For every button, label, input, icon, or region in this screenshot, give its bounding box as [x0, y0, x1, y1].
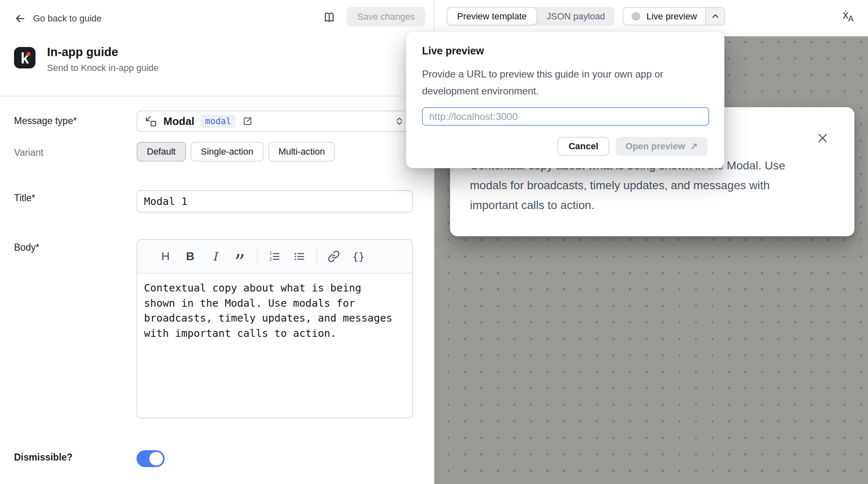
svg-text:2: 2	[269, 256, 272, 261]
bold-icon: B	[186, 250, 194, 263]
chevron-up-icon	[710, 12, 720, 21]
blockquote-button[interactable]: ”	[231, 247, 249, 266]
back-link-label: Go back to guide	[33, 13, 101, 24]
body-editor: H B I ” 12	[137, 239, 413, 418]
live-preview-control[interactable]: Live preview	[623, 7, 725, 26]
tab-preview-template[interactable]: Preview template	[447, 7, 537, 26]
arrow-up-right-icon: ↗	[690, 141, 698, 152]
translations-button[interactable]: ẋA	[843, 9, 854, 21]
editor-toolbar: H B I ” 12	[137, 240, 412, 274]
message-type-badge: modal	[200, 115, 236, 128]
braces-icon: {}	[352, 251, 365, 263]
popover-title: Live preview	[422, 45, 484, 57]
back-link[interactable]: Go back to guide	[14, 12, 101, 25]
modal-type-icon	[145, 115, 157, 127]
variant-label: Variant	[14, 147, 43, 158]
modal-preview-line: important calls to action.	[470, 195, 835, 215]
live-preview-popover: Live preview Provide a URL to preview th…	[406, 31, 724, 168]
body-label: Body*	[14, 242, 39, 253]
preview-mode-tabs: Preview template JSON payload	[447, 7, 615, 26]
page-subtitle: Send to Knock in-app guide	[47, 63, 158, 73]
app-window: Go back to guide Save changes k In-app g…	[0, 0, 868, 484]
ordered-list-button[interactable]: 12	[265, 247, 283, 266]
arrow-left-icon	[14, 12, 26, 25]
toggle-knob	[149, 452, 163, 465]
toolbar-divider	[316, 248, 317, 265]
variant-default-button[interactable]: Default	[137, 142, 186, 162]
page-title: In-app guide	[47, 45, 118, 59]
live-preview-tab[interactable]: Live preview	[623, 8, 705, 25]
close-icon[interactable]	[816, 132, 829, 144]
preview-url-input[interactable]	[422, 107, 709, 126]
variant-multi-action-button[interactable]: Multi-action	[268, 142, 335, 162]
body-line: Contextual copy about what is being	[144, 281, 406, 296]
title-input[interactable]	[137, 190, 413, 213]
body-line: shown in the Modal. Use modals for	[144, 296, 406, 311]
chevron-up-down-icon	[394, 116, 405, 127]
bold-button[interactable]: B	[181, 247, 199, 266]
status-dot-icon	[632, 12, 640, 21]
dismissible-toggle[interactable]	[137, 450, 165, 467]
save-changes-button[interactable]: Save changes	[347, 7, 425, 26]
toolbar-divider	[257, 248, 258, 265]
popover-actions: Cancel Open preview ↗	[557, 137, 708, 156]
message-type-value: Modal	[163, 115, 194, 128]
live-preview-collapse-button[interactable]	[705, 8, 724, 25]
message-type-label: Message type*	[14, 115, 77, 127]
logo-red-dot	[26, 52, 31, 56]
title-label: Title*	[14, 193, 35, 204]
popover-description-line: development environment.	[422, 82, 663, 99]
knock-logo: k	[14, 47, 35, 68]
open-preview-button[interactable]: Open preview ↗	[616, 137, 708, 156]
editor-panel: Go back to guide Save changes k In-app g…	[0, 0, 434, 484]
live-preview-label: Live preview	[646, 11, 697, 22]
book-icon	[323, 11, 336, 24]
message-type-select[interactable]: Modal modal	[137, 110, 413, 132]
italic-button[interactable]: I	[206, 247, 224, 266]
variable-button[interactable]: {}	[349, 247, 368, 266]
body-line: broadcasts, timely updates, and messages	[144, 311, 406, 326]
tab-json-payload[interactable]: JSON payload	[537, 7, 615, 26]
dismissible-label: Dismissible?	[14, 452, 73, 463]
ordered-list-icon: 12	[268, 250, 281, 263]
heading-button[interactable]: H	[156, 247, 175, 266]
open-preview-label: Open preview	[625, 141, 685, 152]
link-icon	[328, 250, 340, 263]
docs-book-button[interactable]	[323, 11, 336, 24]
bullet-list-button[interactable]	[290, 247, 308, 266]
bullet-list-icon	[293, 250, 305, 263]
body-text-area[interactable]: Contextual copy about what is being show…	[137, 274, 412, 348]
italic-icon: I	[212, 250, 217, 263]
popover-description-line: Provide a URL to preview this guide in y…	[422, 66, 663, 82]
variant-single-action-button[interactable]: Single-action	[191, 142, 264, 162]
body-line: with important calls to action.	[144, 326, 406, 341]
popover-description: Provide a URL to preview this guide in y…	[422, 66, 663, 99]
modal-preview-line: modals for broadcasts, timely updates, a…	[470, 176, 835, 195]
translate-icon: ẋA	[843, 9, 854, 21]
svg-text:1: 1	[269, 251, 272, 256]
header-divider	[0, 96, 434, 96]
external-link-icon[interactable]	[242, 115, 253, 127]
link-button[interactable]	[325, 247, 343, 266]
cancel-button[interactable]: Cancel	[557, 137, 609, 156]
variant-button-group: Default Single-action Multi-action	[137, 142, 335, 162]
heading-icon: H	[161, 250, 170, 263]
